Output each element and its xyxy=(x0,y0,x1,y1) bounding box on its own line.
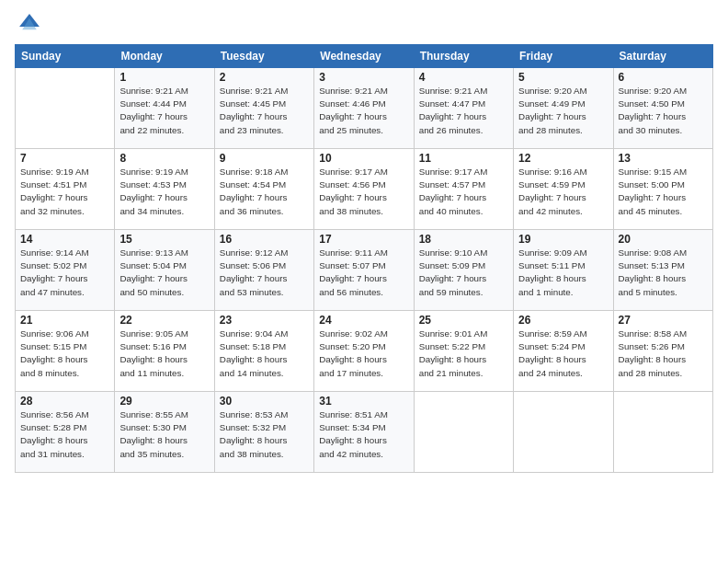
day-info: Sunrise: 9:14 AMSunset: 5:02 PMDaylight:… xyxy=(20,247,109,299)
day-info: Sunrise: 9:17 AMSunset: 4:57 PMDaylight:… xyxy=(419,166,508,218)
calendar-cell: 1Sunrise: 9:21 AMSunset: 4:44 PMDaylight… xyxy=(115,68,214,149)
weekday-header-row: SundayMondayTuesdayWednesdayThursdayFrid… xyxy=(16,45,713,68)
calendar-cell: 21Sunrise: 9:06 AMSunset: 5:15 PMDayligh… xyxy=(16,311,115,392)
calendar-cell: 20Sunrise: 9:08 AMSunset: 5:13 PMDayligh… xyxy=(613,230,712,311)
calendar-cell: 24Sunrise: 9:02 AMSunset: 5:20 PMDayligh… xyxy=(314,311,414,392)
calendar-cell: 13Sunrise: 9:15 AMSunset: 5:00 PMDayligh… xyxy=(613,149,712,230)
day-number: 17 xyxy=(319,233,408,246)
calendar-week-row: 21Sunrise: 9:06 AMSunset: 5:15 PMDayligh… xyxy=(16,311,713,392)
day-info: Sunrise: 8:58 AMSunset: 5:26 PMDaylight:… xyxy=(619,327,708,380)
day-number: 16 xyxy=(220,233,309,246)
logo xyxy=(15,11,42,37)
day-number: 23 xyxy=(220,314,309,327)
calendar-cell: 12Sunrise: 9:16 AMSunset: 4:59 PMDayligh… xyxy=(514,149,613,230)
day-number: 15 xyxy=(119,233,209,246)
day-info: Sunrise: 9:06 AMSunset: 5:15 PMDaylight:… xyxy=(20,327,109,380)
weekday-header-sunday: Sunday xyxy=(16,45,115,68)
day-number: 13 xyxy=(619,152,708,165)
calendar-cell xyxy=(514,392,613,473)
calendar-week-row: 7Sunrise: 9:19 AMSunset: 4:51 PMDaylight… xyxy=(16,149,713,230)
day-number: 27 xyxy=(619,314,708,327)
calendar-cell: 4Sunrise: 9:21 AMSunset: 4:47 PMDaylight… xyxy=(414,68,513,149)
day-number: 26 xyxy=(518,314,608,327)
calendar-cell: 5Sunrise: 9:20 AMSunset: 4:49 PMDaylight… xyxy=(514,68,613,149)
day-info: Sunrise: 9:10 AMSunset: 5:09 PMDaylight:… xyxy=(419,247,508,299)
day-info: Sunrise: 9:19 AMSunset: 4:53 PMDaylight:… xyxy=(119,166,209,218)
day-info: Sunrise: 8:55 AMSunset: 5:30 PMDaylight:… xyxy=(119,408,209,461)
day-info: Sunrise: 9:18 AMSunset: 4:54 PMDaylight:… xyxy=(220,166,309,218)
calendar-cell: 19Sunrise: 9:09 AMSunset: 5:11 PMDayligh… xyxy=(514,230,613,311)
calendar-cell: 17Sunrise: 9:11 AMSunset: 5:07 PMDayligh… xyxy=(314,230,414,311)
day-number: 31 xyxy=(319,395,408,408)
day-number: 25 xyxy=(419,314,508,327)
day-info: Sunrise: 9:19 AMSunset: 4:51 PMDaylight:… xyxy=(20,166,109,218)
calendar-cell: 25Sunrise: 9:01 AMSunset: 5:22 PMDayligh… xyxy=(414,311,513,392)
calendar-cell: 26Sunrise: 8:59 AMSunset: 5:24 PMDayligh… xyxy=(514,311,613,392)
day-info: Sunrise: 8:56 AMSunset: 5:28 PMDaylight:… xyxy=(20,408,109,461)
header xyxy=(15,11,713,37)
day-number: 29 xyxy=(119,395,209,408)
calendar-cell: 31Sunrise: 8:51 AMSunset: 5:34 PMDayligh… xyxy=(314,392,414,473)
day-info: Sunrise: 9:04 AMSunset: 5:18 PMDaylight:… xyxy=(220,327,309,380)
day-number: 5 xyxy=(518,71,608,84)
calendar-cell: 22Sunrise: 9:05 AMSunset: 5:16 PMDayligh… xyxy=(115,311,214,392)
calendar-cell: 28Sunrise: 8:56 AMSunset: 5:28 PMDayligh… xyxy=(16,392,115,473)
weekday-header-monday: Monday xyxy=(115,45,214,68)
weekday-header-saturday: Saturday xyxy=(613,45,712,68)
page: SundayMondayTuesdayWednesdayThursdayFrid… xyxy=(0,0,728,563)
day-info: Sunrise: 9:21 AMSunset: 4:45 PMDaylight:… xyxy=(220,85,309,137)
weekday-header-friday: Friday xyxy=(514,45,613,68)
calendar-cell: 14Sunrise: 9:14 AMSunset: 5:02 PMDayligh… xyxy=(16,230,115,311)
calendar-table: SundayMondayTuesdayWednesdayThursdayFrid… xyxy=(15,44,713,473)
day-number: 3 xyxy=(319,71,408,84)
day-info: Sunrise: 8:53 AMSunset: 5:32 PMDaylight:… xyxy=(220,408,309,461)
day-number: 22 xyxy=(119,314,209,327)
calendar-cell: 8Sunrise: 9:19 AMSunset: 4:53 PMDaylight… xyxy=(115,149,214,230)
day-number: 8 xyxy=(119,152,209,165)
day-info: Sunrise: 9:09 AMSunset: 5:11 PMDaylight:… xyxy=(518,247,608,299)
calendar-cell: 7Sunrise: 9:19 AMSunset: 4:51 PMDaylight… xyxy=(16,149,115,230)
calendar-week-row: 28Sunrise: 8:56 AMSunset: 5:28 PMDayligh… xyxy=(16,392,713,473)
day-number: 14 xyxy=(20,233,109,246)
calendar-cell: 15Sunrise: 9:13 AMSunset: 5:04 PMDayligh… xyxy=(115,230,214,311)
day-number: 30 xyxy=(220,395,309,408)
calendar-week-row: 14Sunrise: 9:14 AMSunset: 5:02 PMDayligh… xyxy=(16,230,713,311)
day-number: 19 xyxy=(518,233,608,246)
calendar-cell: 16Sunrise: 9:12 AMSunset: 5:06 PMDayligh… xyxy=(214,230,313,311)
calendar-cell: 3Sunrise: 9:21 AMSunset: 4:46 PMDaylight… xyxy=(314,68,414,149)
calendar-cell: 27Sunrise: 8:58 AMSunset: 5:26 PMDayligh… xyxy=(613,311,712,392)
day-number: 28 xyxy=(20,395,109,408)
calendar-cell: 9Sunrise: 9:18 AMSunset: 4:54 PMDaylight… xyxy=(214,149,313,230)
day-number: 1 xyxy=(119,71,209,84)
day-info: Sunrise: 8:51 AMSunset: 5:34 PMDaylight:… xyxy=(319,408,408,461)
day-info: Sunrise: 9:21 AMSunset: 4:47 PMDaylight:… xyxy=(419,85,508,137)
calendar-cell: 18Sunrise: 9:10 AMSunset: 5:09 PMDayligh… xyxy=(414,230,513,311)
day-number: 4 xyxy=(419,71,508,84)
day-info: Sunrise: 9:01 AMSunset: 5:22 PMDaylight:… xyxy=(419,327,508,380)
calendar-cell: 29Sunrise: 8:55 AMSunset: 5:30 PMDayligh… xyxy=(115,392,214,473)
day-info: Sunrise: 9:20 AMSunset: 4:49 PMDaylight:… xyxy=(518,85,608,137)
logo-icon xyxy=(17,11,42,37)
calendar-cell: 23Sunrise: 9:04 AMSunset: 5:18 PMDayligh… xyxy=(214,311,313,392)
day-info: Sunrise: 9:21 AMSunset: 4:44 PMDaylight:… xyxy=(119,85,209,137)
day-info: Sunrise: 9:16 AMSunset: 4:59 PMDaylight:… xyxy=(518,166,608,218)
weekday-header-wednesday: Wednesday xyxy=(314,45,414,68)
day-number: 11 xyxy=(419,152,508,165)
calendar-cell: 10Sunrise: 9:17 AMSunset: 4:56 PMDayligh… xyxy=(314,149,414,230)
day-info: Sunrise: 9:15 AMSunset: 5:00 PMDaylight:… xyxy=(619,166,708,218)
day-info: Sunrise: 9:11 AMSunset: 5:07 PMDaylight:… xyxy=(319,247,408,299)
calendar-cell: 2Sunrise: 9:21 AMSunset: 4:45 PMDaylight… xyxy=(214,68,313,149)
calendar-cell xyxy=(613,392,712,473)
day-info: Sunrise: 9:13 AMSunset: 5:04 PMDaylight:… xyxy=(119,247,209,299)
day-info: Sunrise: 9:08 AMSunset: 5:13 PMDaylight:… xyxy=(619,247,708,299)
day-info: Sunrise: 9:20 AMSunset: 4:50 PMDaylight:… xyxy=(619,85,708,137)
calendar-cell: 11Sunrise: 9:17 AMSunset: 4:57 PMDayligh… xyxy=(414,149,513,230)
day-number: 9 xyxy=(220,152,309,165)
day-info: Sunrise: 9:12 AMSunset: 5:06 PMDaylight:… xyxy=(220,247,309,299)
day-number: 12 xyxy=(518,152,608,165)
day-info: Sunrise: 9:05 AMSunset: 5:16 PMDaylight:… xyxy=(119,327,209,380)
calendar-week-row: 1Sunrise: 9:21 AMSunset: 4:44 PMDaylight… xyxy=(16,68,713,149)
calendar-cell: 30Sunrise: 8:53 AMSunset: 5:32 PMDayligh… xyxy=(214,392,313,473)
day-number: 24 xyxy=(319,314,408,327)
weekday-header-thursday: Thursday xyxy=(414,45,513,68)
